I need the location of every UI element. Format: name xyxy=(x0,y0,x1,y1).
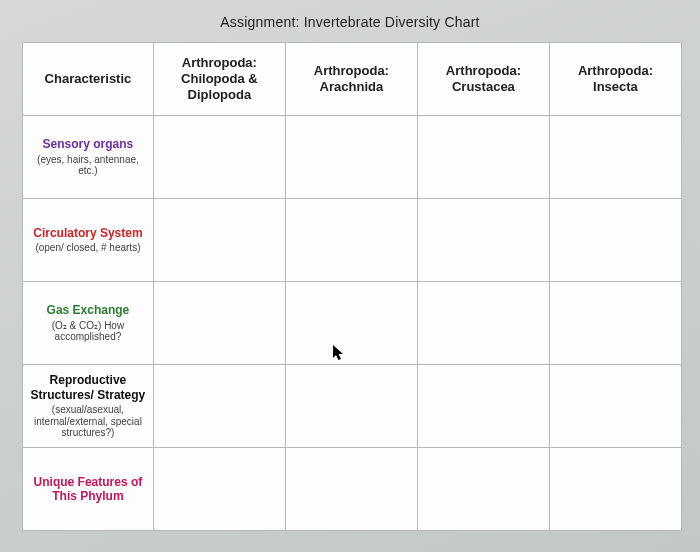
table-cell xyxy=(153,448,285,531)
row-header-label: Gas Exchange xyxy=(29,303,147,317)
row-header: Sensory organs(eyes, hairs, antennae, et… xyxy=(23,116,154,199)
table-row: Sensory organs(eyes, hairs, antennae, et… xyxy=(23,116,682,199)
table-cell xyxy=(153,199,285,282)
col-header-arachnida: Arthropoda: Arachnida xyxy=(285,43,417,116)
worksheet-page: Assignment: Invertebrate Diversity Chart… xyxy=(0,0,700,552)
col-header-chilopoda-diplopoda: Arthropoda: Chilopoda & Diplopoda xyxy=(153,43,285,116)
table-cell xyxy=(417,199,549,282)
diversity-table: Characteristic Arthropoda: Chilopoda & D… xyxy=(22,42,682,531)
table-cell xyxy=(417,116,549,199)
table-cell xyxy=(549,448,681,531)
table-row: Reproductive Structures/ Strategy(sexual… xyxy=(23,365,682,448)
table-cell xyxy=(285,365,417,448)
row-header-sublabel: (open/ closed, # hearts) xyxy=(29,242,147,254)
table-cell xyxy=(153,365,285,448)
table-cell xyxy=(549,365,681,448)
table-row: Unique Features of This Phylum xyxy=(23,448,682,531)
table-cell xyxy=(285,448,417,531)
table-header-row: Characteristic Arthropoda: Chilopoda & D… xyxy=(23,43,682,116)
col-header-characteristic: Characteristic xyxy=(23,43,154,116)
row-header-label: Unique Features of This Phylum xyxy=(29,475,147,504)
table-cell xyxy=(285,199,417,282)
row-header-sublabel: (sexual/asexual, internal/external, spec… xyxy=(29,404,147,439)
table-cell xyxy=(153,282,285,365)
row-header: Reproductive Structures/ Strategy(sexual… xyxy=(23,365,154,448)
table-body: Sensory organs(eyes, hairs, antennae, et… xyxy=(23,116,682,531)
row-header-label: Circulatory System xyxy=(29,226,147,240)
table-cell xyxy=(285,116,417,199)
table-cell xyxy=(417,282,549,365)
col-header-crustacea: Arthropoda: Crustacea xyxy=(417,43,549,116)
table-cell xyxy=(417,365,549,448)
table-row: Gas Exchange(O₂ & CO₂) How accomplished? xyxy=(23,282,682,365)
page-title: Assignment: Invertebrate Diversity Chart xyxy=(0,14,700,30)
row-header-sublabel: (O₂ & CO₂) How accomplished? xyxy=(29,320,147,343)
table-cell xyxy=(549,282,681,365)
row-header: Unique Features of This Phylum xyxy=(23,448,154,531)
row-header: Circulatory System(open/ closed, # heart… xyxy=(23,199,154,282)
row-header: Gas Exchange(O₂ & CO₂) How accomplished? xyxy=(23,282,154,365)
table-cell xyxy=(549,116,681,199)
row-header-sublabel: (eyes, hairs, antennae, etc.) xyxy=(29,154,147,177)
table-cell xyxy=(285,282,417,365)
row-header-label: Sensory organs xyxy=(29,137,147,151)
table-cell xyxy=(549,199,681,282)
table-row: Circulatory System(open/ closed, # heart… xyxy=(23,199,682,282)
row-header-label: Reproductive Structures/ Strategy xyxy=(29,373,147,402)
table-cell xyxy=(417,448,549,531)
table-cell xyxy=(153,116,285,199)
col-header-insecta: Arthropoda: Insecta xyxy=(549,43,681,116)
